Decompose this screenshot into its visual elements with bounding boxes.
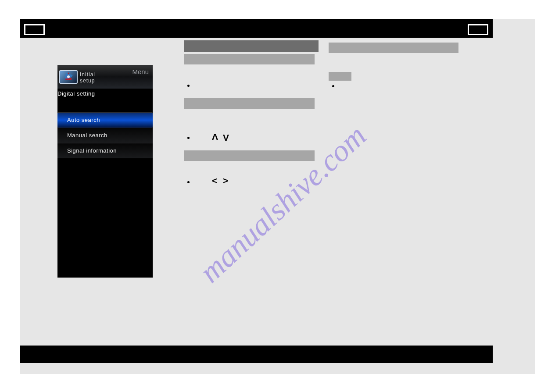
header-line-1: Initial (80, 71, 95, 78)
menu-item-signal-information[interactable]: Signal information (57, 143, 153, 158)
menu-items: Auto search Manual search Signal informa… (57, 112, 153, 158)
redacted-bar (329, 72, 351, 81)
bullet-icon (187, 137, 190, 139)
redacted-bar (329, 43, 458, 53)
bullet-icon (332, 85, 334, 87)
menu-item-auto-search[interactable]: Auto search (57, 112, 153, 128)
down-arrow-icon: V (223, 132, 229, 143)
top-mark-left (24, 24, 45, 35)
top-bar (20, 19, 493, 38)
tv-icon (59, 70, 78, 84)
up-arrow-icon: Λ (212, 132, 218, 142)
bullet-icon (187, 85, 190, 87)
svg-point-0 (67, 75, 70, 78)
tv-menu-header: Initial setup Menu (57, 65, 153, 89)
menu-item-manual-search[interactable]: Manual search (57, 128, 153, 143)
right-arrow-icon: > (223, 175, 228, 186)
bullet-icon (187, 181, 190, 183)
redacted-bar (184, 40, 319, 52)
redacted-bar (184, 54, 315, 64)
left-arrow-icon: < (212, 175, 217, 186)
menu-label: Menu (132, 68, 149, 75)
top-mark-right (468, 24, 488, 35)
bottom-bar (20, 346, 493, 363)
redacted-bar (184, 150, 315, 161)
redacted-bar (184, 98, 315, 109)
tv-menu-panel: Initial setup Menu Digital setting Auto … (57, 65, 153, 278)
header-line-2: setup (80, 78, 95, 84)
section-title: Digital setting (57, 89, 153, 97)
